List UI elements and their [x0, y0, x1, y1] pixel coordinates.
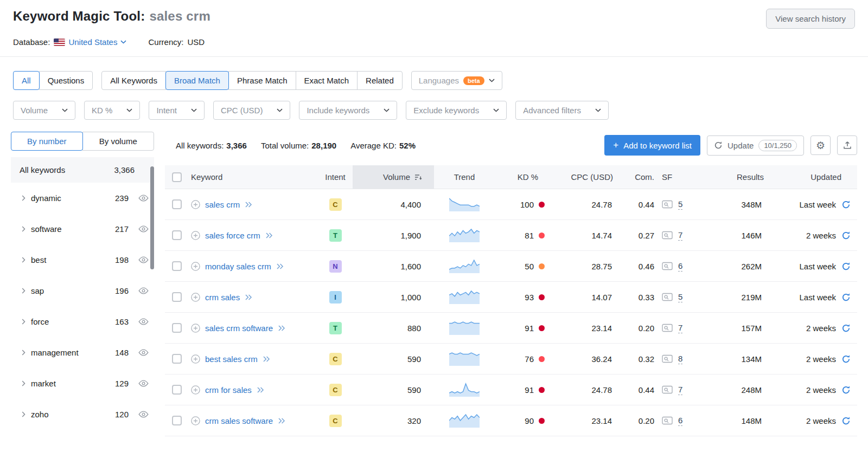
eye-icon[interactable]: [138, 287, 149, 294]
row-checkbox[interactable]: [172, 385, 182, 395]
refresh-icon[interactable]: [841, 200, 851, 209]
eye-icon[interactable]: [138, 349, 149, 356]
row-checkbox[interactable]: [172, 354, 182, 364]
col-updated[interactable]: Updated: [766, 172, 857, 182]
refresh-icon[interactable]: [841, 354, 851, 364]
export-button[interactable]: [837, 135, 857, 155]
add-keyword-icon[interactable]: [191, 262, 200, 271]
eye-icon[interactable]: [138, 380, 149, 387]
add-to-keyword-list-button[interactable]: + Add to keyword list: [604, 135, 700, 156]
filter-dropdown[interactable]: Exclude keywords: [406, 101, 507, 120]
keyword-group-row[interactable]: force 163: [11, 306, 154, 337]
row-checkbox[interactable]: [172, 323, 182, 333]
serp-features-icon[interactable]: [662, 200, 673, 209]
expand-keyword-icon[interactable]: [245, 294, 252, 300]
sf-count[interactable]: 5: [678, 292, 682, 302]
eye-icon[interactable]: [138, 256, 149, 263]
keyword-group-row[interactable]: management 148: [11, 337, 154, 368]
add-keyword-icon[interactable]: [191, 354, 200, 364]
expand-keyword-icon[interactable]: [278, 418, 285, 424]
serp-features-icon[interactable]: [662, 262, 673, 270]
col-trend[interactable]: Trend: [434, 172, 495, 182]
tab-related[interactable]: Related: [357, 71, 403, 90]
sf-count[interactable]: 7: [678, 323, 682, 333]
row-checkbox[interactable]: [172, 261, 182, 271]
keyword-link[interactable]: sales force crm: [205, 231, 260, 240]
database-select[interactable]: United States: [54, 37, 126, 47]
keyword-link[interactable]: crm sales: [205, 293, 240, 302]
settings-button[interactable]: ⚙: [810, 135, 831, 155]
refresh-icon[interactable]: [841, 231, 851, 240]
filter-dropdown[interactable]: CPC (USD): [213, 101, 291, 120]
eye-icon[interactable]: [138, 411, 149, 418]
refresh-icon[interactable]: [841, 262, 851, 271]
sf-count[interactable]: 6: [678, 261, 682, 272]
refresh-icon[interactable]: [841, 416, 851, 425]
toggle-by-volume[interactable]: By volume: [82, 132, 155, 151]
expand-keyword-icon[interactable]: [263, 356, 270, 362]
refresh-icon[interactable]: [841, 385, 851, 395]
eye-icon[interactable]: [138, 225, 149, 233]
col-results[interactable]: Results: [705, 172, 766, 182]
keyword-link[interactable]: crm for sales: [205, 385, 252, 395]
sidebar-scrollbar[interactable]: [150, 166, 154, 269]
keyword-link[interactable]: best sales crm: [205, 354, 258, 364]
filter-dropdown[interactable]: Advanced filters: [515, 101, 609, 120]
col-kd[interactable]: KD %: [495, 172, 549, 182]
keyword-group-row[interactable]: sap 196: [11, 275, 154, 306]
languages-dropdown[interactable]: Languages beta: [411, 71, 502, 90]
col-intent[interactable]: Intent: [318, 172, 353, 182]
tab-broad-match[interactable]: Broad Match: [165, 71, 229, 90]
refresh-icon[interactable]: [841, 324, 851, 333]
sidebar-header[interactable]: All keywords 3,366: [11, 157, 154, 183]
tab-phrase-match[interactable]: Phrase Match: [228, 71, 296, 90]
tab-all-keywords[interactable]: All Keywords: [101, 71, 166, 90]
filter-dropdown[interactable]: Intent: [149, 101, 205, 120]
sf-count[interactable]: 7: [678, 230, 682, 241]
keyword-group-row[interactable]: zoho 120: [11, 399, 154, 430]
row-checkbox[interactable]: [172, 292, 182, 302]
sf-count[interactable]: 5: [678, 199, 682, 210]
add-keyword-icon[interactable]: [191, 231, 200, 240]
keyword-link[interactable]: sales crm: [205, 200, 240, 209]
filter-dropdown[interactable]: Include keywords: [299, 101, 397, 120]
tab-questions[interactable]: Questions: [39, 71, 93, 90]
sf-count[interactable]: 6: [678, 416, 682, 426]
tab-all[interactable]: All: [13, 71, 40, 90]
serp-features-icon[interactable]: [662, 354, 673, 363]
add-keyword-icon[interactable]: [191, 385, 200, 395]
serp-features-icon[interactable]: [662, 231, 673, 240]
add-keyword-icon[interactable]: [191, 416, 200, 425]
serp-features-icon[interactable]: [662, 293, 673, 301]
keyword-group-row[interactable]: best 198: [11, 244, 154, 275]
col-volume[interactable]: Volume: [353, 165, 434, 189]
eye-icon[interactable]: [138, 195, 149, 202]
tab-exact-match[interactable]: Exact Match: [296, 71, 358, 90]
keyword-link[interactable]: crm sales software: [205, 416, 273, 425]
eye-icon[interactable]: [138, 318, 149, 325]
expand-keyword-icon[interactable]: [245, 202, 252, 208]
update-button[interactable]: Update 10/1,250: [707, 135, 804, 156]
row-checkbox[interactable]: [172, 416, 182, 425]
select-all-checkbox[interactable]: [172, 172, 182, 182]
keyword-link[interactable]: monday sales crm: [205, 262, 271, 271]
expand-keyword-icon[interactable]: [257, 387, 264, 393]
refresh-icon[interactable]: [841, 293, 851, 302]
col-cpc[interactable]: CPC (USD): [549, 172, 615, 182]
serp-features-icon[interactable]: [662, 324, 673, 332]
row-checkbox[interactable]: [172, 230, 182, 240]
expand-keyword-icon[interactable]: [278, 325, 285, 331]
view-search-history-button[interactable]: View search history: [766, 9, 855, 29]
filter-dropdown[interactable]: Volume: [13, 101, 75, 120]
filter-dropdown[interactable]: KD %: [84, 101, 140, 120]
col-keyword[interactable]: Keyword: [189, 172, 318, 182]
serp-features-icon[interactable]: [662, 416, 673, 425]
add-keyword-icon[interactable]: [191, 293, 200, 302]
add-keyword-icon[interactable]: [191, 324, 200, 333]
expand-keyword-icon[interactable]: [265, 233, 273, 238]
row-checkbox[interactable]: [172, 199, 182, 209]
col-sf[interactable]: SF: [656, 172, 705, 182]
col-com[interactable]: Com.: [615, 172, 656, 182]
serp-features-icon[interactable]: [662, 385, 673, 394]
sf-count[interactable]: 7: [678, 385, 682, 395]
